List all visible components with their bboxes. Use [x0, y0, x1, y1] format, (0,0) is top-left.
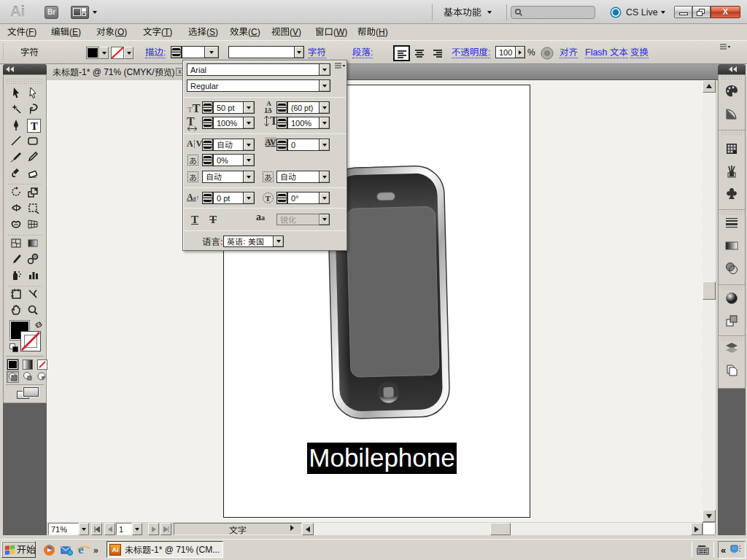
- svg-text:T: T: [31, 120, 38, 132]
- svg-text:T: T: [266, 194, 271, 203]
